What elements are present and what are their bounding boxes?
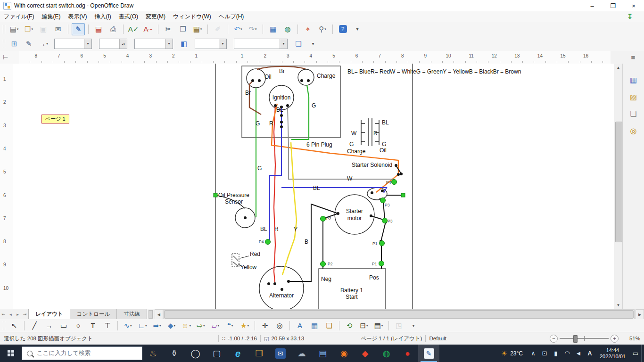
chevron-down-icon[interactable]: ▾ bbox=[240, 27, 242, 31]
taskbar-app-openoffice[interactable]: ✎ bbox=[418, 345, 439, 362]
menu-item[interactable]: ファイル(F) bbox=[0, 11, 38, 22]
taskbar-search-input[interactable]: ここに入力して検索 bbox=[22, 346, 142, 360]
edit-mode-button[interactable]: ✎ bbox=[72, 23, 85, 35]
scroll-up-button[interactable]: ▲ bbox=[614, 64, 622, 71]
taskbar-app-firefox[interactable]: ◉ bbox=[333, 345, 355, 362]
sidebar-properties-icon[interactable]: ▦ bbox=[627, 74, 640, 85]
vertical-text-tool[interactable]: ⊤ bbox=[101, 320, 114, 332]
toolbar-grip[interactable] bbox=[3, 40, 5, 48]
weather-widget[interactable]: ☀ 23°C bbox=[496, 349, 528, 358]
chevron-down-icon[interactable]: ▾ bbox=[366, 324, 368, 328]
horizontal-ruler[interactable]: 8765432112345678910111213141516 bbox=[19, 51, 611, 64]
tray-battery-icon[interactable]: ▮ bbox=[550, 350, 561, 357]
gallery-tool[interactable]: ❏ bbox=[322, 320, 336, 332]
chevron-down-icon[interactable]: ▾ bbox=[130, 324, 132, 328]
line-style-combo[interactable]: ▾ bbox=[54, 39, 92, 49]
minimize-button[interactable]: – bbox=[582, 0, 603, 11]
menu-item[interactable]: 書式(O) bbox=[115, 11, 142, 22]
menu-item[interactable]: 変更(M) bbox=[142, 11, 169, 22]
chevron-down-icon[interactable]: ▾ bbox=[31, 27, 33, 31]
basic-shapes-tool[interactable]: ◆▾ bbox=[165, 320, 178, 332]
edit-points-tool[interactable]: ✛ bbox=[258, 320, 272, 332]
export-pdf-button[interactable]: ▤ bbox=[92, 23, 105, 35]
line-pen-button[interactable]: ✎ bbox=[22, 38, 35, 50]
update-available-icon[interactable]: ↧ bbox=[627, 13, 633, 20]
chevron-down-icon[interactable]: ▾ bbox=[231, 324, 233, 328]
print-button[interactable]: ⎙ bbox=[107, 23, 120, 35]
chevron-down-icon[interactable]: ▾ bbox=[165, 39, 173, 49]
spellcheck-button[interactable]: A✓ bbox=[127, 23, 140, 35]
action-center-button[interactable]: ▭ bbox=[630, 350, 641, 357]
paste-button[interactable]: ▦▾ bbox=[191, 23, 204, 35]
menu-item[interactable]: 表示(V) bbox=[64, 11, 91, 22]
taskbar-app-explorer[interactable]: ❒ bbox=[248, 345, 270, 362]
scroll-down-button[interactable]: ▼ bbox=[614, 301, 622, 309]
new-document-button[interactable]: ▤▾ bbox=[8, 23, 21, 35]
taskbar-app-red[interactable]: ● bbox=[397, 345, 418, 362]
sidebar-gallery-icon[interactable]: ▨ bbox=[627, 91, 640, 102]
chevron-down-icon[interactable]: ▾ bbox=[189, 324, 191, 328]
vertical-ruler[interactable]: 12345678910 bbox=[0, 64, 14, 309]
chevron-down-icon[interactable]: ▾ bbox=[381, 324, 383, 328]
tab-scrollbar-splitter[interactable] bbox=[149, 310, 153, 319]
stars-tool[interactable]: ★▾ bbox=[238, 320, 251, 332]
spinner-buttons[interactable]: ▴▾ bbox=[119, 39, 127, 49]
first-layer-button[interactable]: ⇤ bbox=[0, 312, 7, 317]
scroll-left-button[interactable]: ◀ bbox=[155, 309, 163, 320]
task-view-button[interactable]: ▢ bbox=[206, 345, 227, 362]
vertical-scrollbar[interactable]: ▲ ▼ bbox=[614, 64, 622, 309]
tray-wifi-icon[interactable]: ◠ bbox=[561, 350, 573, 357]
next-layer-button[interactable]: ▸ bbox=[14, 312, 21, 317]
tray-volume-icon[interactable]: ◄ bbox=[573, 350, 584, 357]
symbol-shapes-tool[interactable]: ☺▾ bbox=[180, 320, 193, 332]
taskbar-app-spotify[interactable]: ◍ bbox=[376, 345, 397, 362]
line-color-combo[interactable]: ▾ bbox=[134, 39, 173, 49]
chevron-down-icon[interactable]: ▾ bbox=[324, 27, 326, 31]
zoom-in-button[interactable]: + bbox=[611, 335, 619, 343]
edit-points-button[interactable]: ⊞ bbox=[8, 38, 21, 50]
glue-points-tool[interactable]: ◎ bbox=[273, 320, 286, 332]
toolbar-overflow-button[interactable]: ▾ bbox=[407, 320, 420, 332]
chevron-down-icon[interactable]: ▾ bbox=[247, 324, 249, 328]
line-tool[interactable]: ╱ bbox=[28, 320, 41, 332]
chevron-down-icon[interactable]: ▾ bbox=[174, 324, 176, 328]
clone-formatting-button[interactable]: ✐ bbox=[211, 23, 224, 35]
chevron-down-icon[interactable]: ▾ bbox=[218, 324, 220, 328]
flowchart-tool[interactable]: ▱▾ bbox=[209, 320, 222, 332]
find-replace-button[interactable]: ⚲▾ bbox=[316, 23, 329, 35]
arrow-tool[interactable]: → bbox=[42, 320, 56, 332]
taskbar-app-blue[interactable]: ▤ bbox=[312, 345, 333, 362]
undo-button[interactable]: ↶▾ bbox=[231, 23, 245, 35]
arrow-style-button[interactable]: →▾ bbox=[37, 38, 50, 50]
taskbar-app-edge[interactable]: e bbox=[227, 345, 248, 362]
toolbar-overflow-button[interactable]: ▾ bbox=[306, 38, 320, 50]
shadow-button[interactable]: ❏ bbox=[292, 38, 305, 50]
sidebar-pages-icon[interactable]: ❏ bbox=[627, 108, 640, 119]
zoom-slider-thumb[interactable] bbox=[573, 335, 578, 343]
extrusion-tool[interactable]: ◳ bbox=[392, 320, 405, 332]
last-layer-button[interactable]: ⇥ bbox=[21, 312, 28, 317]
curve-tool[interactable]: ∿▾ bbox=[121, 320, 134, 332]
previous-layer-button[interactable]: ◂ bbox=[7, 312, 14, 317]
menu-item[interactable]: 編集(E) bbox=[38, 11, 64, 22]
arrange-tool[interactable]: ▤▾ bbox=[372, 320, 385, 332]
chevron-down-icon[interactable]: ▾ bbox=[46, 42, 48, 46]
text-tool[interactable]: T bbox=[86, 320, 99, 332]
save-button[interactable]: ▣ bbox=[37, 23, 50, 35]
callouts-tool[interactable]: ❝▾ bbox=[223, 320, 237, 332]
rectangle-tool[interactable]: ▭ bbox=[57, 320, 70, 332]
fontwork-tool[interactable]: A bbox=[293, 320, 306, 332]
horizontal-scrollbar[interactable] bbox=[163, 309, 635, 320]
hidden-icons-button[interactable]: ∧ bbox=[528, 350, 539, 357]
area-style-combo[interactable]: ▾ bbox=[195, 39, 227, 49]
drawing-canvas[interactable]: Br Oil Charge Ignition BL Br G R G 6 Pin… bbox=[13, 64, 614, 309]
ime-indicator[interactable]: A bbox=[584, 350, 595, 357]
select-tool[interactable]: ↖ bbox=[8, 320, 21, 332]
sidebar-navigator-icon[interactable]: ◎ bbox=[627, 125, 640, 136]
toolbar-overflow-button[interactable]: ▾ bbox=[351, 23, 364, 35]
vertical-scroll-thumb[interactable] bbox=[615, 122, 622, 242]
taskbar-app-bottles[interactable]: ⚱ bbox=[164, 345, 185, 362]
toolbar-grip[interactable] bbox=[3, 321, 5, 330]
scroll-right-button[interactable]: ▶ bbox=[636, 309, 644, 320]
insert-picture-tool[interactable]: ▦ bbox=[308, 320, 321, 332]
